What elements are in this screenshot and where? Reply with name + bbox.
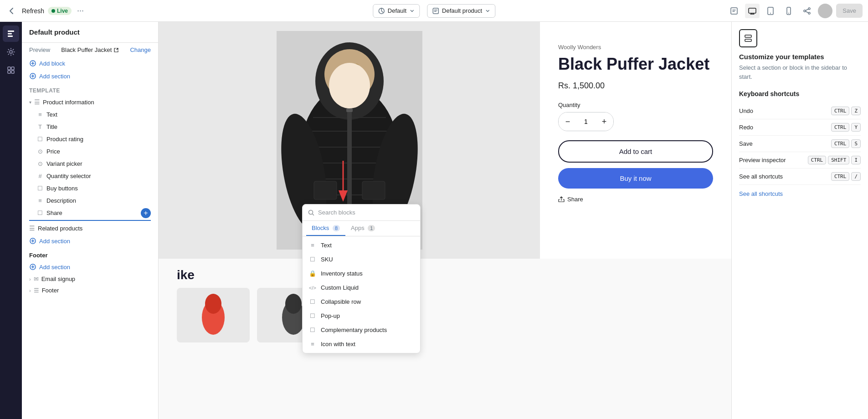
share-row[interactable]: Share xyxy=(558,196,713,203)
svg-rect-11 xyxy=(8,31,14,32)
quantity-icon: # xyxy=(36,173,44,179)
theme-selector[interactable]: Default xyxy=(373,4,420,18)
product-selector[interactable]: Default product xyxy=(427,4,495,18)
shortcut-see-all: See all shortcuts CTRL / xyxy=(739,169,861,185)
add-section-footer-button[interactable]: Add section xyxy=(22,261,158,273)
svg-rect-53 xyxy=(745,39,751,41)
product-card-1[interactable] xyxy=(177,288,250,342)
sidebar-icons xyxy=(0,22,22,419)
block-collapsible-item[interactable]: ☐ Collapsible row xyxy=(303,295,420,309)
product-name: Default product xyxy=(442,7,482,14)
shortcut-undo: Undo CTRL Z xyxy=(739,103,861,119)
svg-marker-50 xyxy=(339,190,348,202)
add-block-inline-button[interactable]: + xyxy=(141,208,151,218)
sku-icon: ☐ xyxy=(309,256,316,263)
popup-icon: ☐ xyxy=(309,312,316,319)
refresh-button[interactable]: Refresh xyxy=(22,7,44,15)
topbar: Refresh Live ··· Default Default product xyxy=(0,0,868,22)
right-panel: Customize your templates Select a sectio… xyxy=(731,22,868,419)
block-complementary-item[interactable]: ☐ Complementary products xyxy=(303,323,420,337)
apps-tab[interactable]: Apps 1 xyxy=(345,221,380,236)
tablet-view-icon[interactable] xyxy=(763,4,778,18)
blocks-tab[interactable]: Blocks 8 xyxy=(306,221,345,236)
block-icon-with-text-item[interactable]: ≡ Icon with text xyxy=(303,337,420,351)
panel-title: Default product xyxy=(29,28,151,36)
buy-now-button[interactable]: Buy it now xyxy=(558,168,713,189)
chevron-right-icon-2: › xyxy=(29,288,31,293)
quantity-increase-button[interactable]: + xyxy=(595,112,613,131)
popup-tabs: Blocks 8 Apps 1 xyxy=(303,221,420,236)
block-description[interactable]: ≡ Description xyxy=(22,194,158,207)
block-popup-item[interactable]: ☐ Pop-up xyxy=(303,309,420,323)
product-info-section[interactable]: ▾ ☰ Product information xyxy=(22,96,158,108)
plus-circle-icon xyxy=(29,60,36,67)
title-icon: T xyxy=(36,123,44,130)
block-variant-picker[interactable]: ⊙ Variant picker xyxy=(22,158,158,170)
kbd-s: S xyxy=(851,139,861,148)
block-search-input[interactable] xyxy=(318,209,415,216)
chevron-down-icon: ▾ xyxy=(29,100,31,105)
live-label: Live xyxy=(57,8,68,14)
email-signup-item[interactable]: › ✉ Email signup xyxy=(22,273,158,285)
svg-rect-12 xyxy=(8,33,12,35)
kbd-i: I xyxy=(851,156,861,164)
svg-point-7 xyxy=(788,13,789,14)
block-sku-item[interactable]: ☐ SKU xyxy=(303,252,420,266)
save-button[interactable]: Save xyxy=(836,4,863,18)
svg-rect-2 xyxy=(731,8,737,14)
topbar-center: Default Default product xyxy=(373,4,495,18)
sidebar-apps-icon[interactable] xyxy=(3,62,19,78)
product-info-label: Product information xyxy=(43,99,94,106)
quantity-label: Quantity xyxy=(558,102,713,108)
preview-change-button[interactable]: Change xyxy=(130,46,151,53)
kbd-ctrl-5: CTRL xyxy=(831,172,850,181)
block-product-rating[interactable]: ☐ Product rating xyxy=(22,133,158,145)
preview-row: Preview Black Puffer Jacket Change xyxy=(22,43,158,57)
inspector-icon[interactable] xyxy=(727,4,741,18)
redo-keys: CTRL Y xyxy=(831,123,861,132)
preview-product-name: Black Puffer Jacket xyxy=(61,46,112,53)
add-section-top-button[interactable]: Add section xyxy=(22,70,158,82)
kbd-slash: / xyxy=(851,172,861,181)
share-label: Share xyxy=(567,196,583,203)
see-all-shortcuts-link[interactable]: See all shortcuts xyxy=(739,190,861,197)
svg-rect-39 xyxy=(346,108,353,112)
related-products-label: Related products xyxy=(38,225,82,232)
sidebar-nav-icon[interactable] xyxy=(3,26,19,42)
svg-rect-3 xyxy=(749,8,756,13)
section-icon: ☰ xyxy=(34,98,40,106)
template-label: Template xyxy=(29,87,60,94)
chevron-right-icon: › xyxy=(29,276,31,282)
add-to-cart-button[interactable]: Add to cart xyxy=(558,140,713,163)
add-section-mid-button[interactable]: Add section xyxy=(22,235,158,247)
quantity-value: 1 xyxy=(577,118,595,125)
canvas-inner: Woolly Wonders Black Puffer Jacket Rs. 1… xyxy=(159,22,731,419)
block-text[interactable]: ≡ Text xyxy=(22,108,158,121)
footer-icon: ☰ xyxy=(34,287,39,294)
inventory-icon: 🔒 xyxy=(309,270,316,277)
block-price[interactable]: ⊙ Price xyxy=(22,145,158,158)
block-share[interactable]: ☐ Share + xyxy=(22,207,158,219)
user-avatar[interactable] xyxy=(818,4,832,18)
preview-value: Black Puffer Jacket xyxy=(61,46,119,53)
desktop-view-icon[interactable] xyxy=(745,4,760,18)
block-text-item[interactable]: ≡ Text xyxy=(303,238,420,252)
sidebar-settings-icon[interactable] xyxy=(3,44,19,60)
add-block-button[interactable]: Add block xyxy=(22,57,158,70)
block-quantity-selector[interactable]: # Quantity selector xyxy=(22,170,158,182)
kbd-shift: SHIFT xyxy=(828,156,849,164)
quantity-decrease-button[interactable]: − xyxy=(559,112,577,131)
liquid-icon: </> xyxy=(309,285,316,291)
related-products-section[interactable]: ☰ Related products xyxy=(22,222,158,235)
see-all-keys: CTRL / xyxy=(831,172,861,181)
more-menu-button[interactable]: ··· xyxy=(77,6,84,15)
footer-item[interactable]: › ☰ Footer xyxy=(22,285,158,296)
mobile-view-icon[interactable] xyxy=(781,4,796,18)
plus-circle-icon-2 xyxy=(29,72,36,80)
block-inventory-item[interactable]: 🔒 Inventory status xyxy=(303,266,420,281)
block-buy-buttons[interactable]: ☐ Buy buttons xyxy=(22,182,158,194)
block-title[interactable]: T Title xyxy=(22,121,158,133)
share-icon[interactable] xyxy=(800,4,814,18)
block-custom-liquid-item[interactable]: </> Custom Liquid xyxy=(303,281,420,295)
back-button[interactable] xyxy=(5,5,18,17)
